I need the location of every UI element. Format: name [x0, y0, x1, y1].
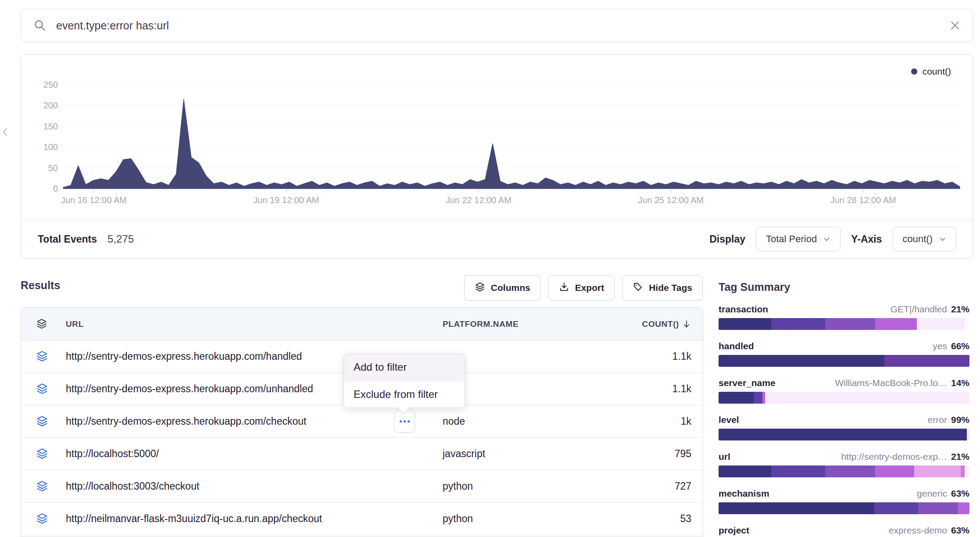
tag-percent: 21% — [951, 451, 969, 462]
tag-bar-segment — [754, 392, 762, 404]
url-cell[interactable]: http://sentry-demos-express.herokuapp.co… — [66, 373, 313, 405]
tag-percent: 63% — [951, 525, 969, 536]
column-header-platform[interactable]: PLATFORM.NAME — [443, 308, 519, 340]
tag-distribution-bar[interactable] — [719, 465, 969, 477]
url-cell[interactable]: http://sentry-demos-express.herokuapp.co… — [66, 405, 306, 437]
count-cell[interactable]: 727 — [675, 470, 691, 502]
svg-text:200: 200 — [43, 100, 58, 110]
table-row[interactable]: http://localhost:3003/checkoutpython727 — [21, 470, 703, 503]
export-label: Export — [575, 283, 604, 293]
download-icon — [559, 282, 569, 294]
tag-name: transaction — [719, 304, 768, 315]
discover-page: event.type:error has:url count() 0501001… — [0, 0, 980, 537]
display-dropdown-value: Total Period — [766, 233, 817, 245]
column-header-url[interactable]: URL — [66, 308, 84, 340]
count-cell[interactable]: 795 — [675, 438, 691, 470]
stack-icon[interactable] — [36, 480, 48, 494]
platform-cell[interactable]: python — [443, 470, 473, 502]
stack-icon[interactable] — [36, 512, 48, 526]
tag-name: project — [719, 525, 749, 536]
tag-row-handled: handledyes66% — [719, 341, 969, 367]
platform-cell[interactable]: node — [443, 405, 465, 437]
count-cell[interactable]: 1.1k — [672, 340, 691, 372]
tag-bar-segment — [719, 465, 771, 477]
tag-bar-segment — [825, 318, 875, 330]
tag-icon — [633, 282, 643, 294]
svg-text:50: 50 — [48, 163, 58, 173]
tag-distribution-bar[interactable] — [719, 355, 969, 367]
table-row[interactable]: http://neilmanvar-flask-m3uuizd7iq-uc.a.… — [21, 503, 703, 535]
tag-percent: 66% — [951, 341, 969, 351]
hide-tags-button[interactable]: Hide Tags — [622, 275, 703, 301]
tag-bar-segment — [965, 465, 969, 477]
sort-desc-icon — [682, 319, 691, 329]
stack-icon[interactable] — [36, 350, 48, 364]
table-row[interactable]: http://localhost:5000/javascript795 — [21, 438, 703, 470]
search-bar[interactable]: event.type:error has:url — [21, 9, 973, 42]
stack-icon[interactable] — [36, 383, 48, 397]
tag-row-server_name: server_nameWilliams-MacBook-Pro.lo…14% — [719, 378, 969, 404]
column-header-count[interactable]: COUNT() — [642, 308, 691, 340]
url-cell[interactable]: http://localhost:3003/checkout — [66, 470, 199, 502]
count-cell[interactable]: 53 — [680, 503, 691, 535]
legend-count-label: count() — [923, 66, 951, 77]
yaxis-dropdown-value: count() — [903, 233, 933, 245]
tag-bar-segment — [965, 318, 969, 330]
clear-search-icon[interactable] — [949, 20, 961, 31]
svg-text:Jun 25 12:00 AM: Jun 25 12:00 AM — [638, 195, 704, 205]
tag-bar-segment — [884, 355, 969, 367]
tag-name: url — [719, 451, 730, 462]
tag-top-value: yes — [933, 341, 947, 351]
tag-bar-segment — [914, 465, 961, 477]
cell-actions-button[interactable] — [394, 410, 415, 433]
tag-top-value: express-demo — [889, 525, 947, 536]
tag-bar-segment — [719, 429, 967, 440]
search-input[interactable]: event.type:error has:url — [56, 19, 940, 32]
stack-icon[interactable] — [36, 448, 48, 462]
tag-bar-segment — [918, 502, 959, 514]
chart-legend-count[interactable]: count() — [911, 66, 951, 77]
yaxis-dropdown[interactable]: count() — [893, 227, 956, 251]
count-cell[interactable]: 1k — [681, 405, 691, 437]
tag-bar-segment — [875, 318, 916, 330]
yaxis-label: Y-Axis — [851, 233, 882, 245]
chevron-down-icon — [939, 236, 946, 243]
count-cell[interactable]: 1.1k — [672, 373, 691, 405]
tag-distribution-bar[interactable] — [719, 318, 969, 330]
svg-text:Jun 16 12:00 AM: Jun 16 12:00 AM — [61, 195, 127, 205]
url-cell[interactable]: http://neilmanvar-flask-m3uuizd7iq-uc.a.… — [66, 503, 322, 535]
tag-distribution-bar[interactable] — [719, 429, 969, 440]
columns-button[interactable]: Columns — [464, 275, 541, 301]
display-dropdown[interactable]: Total Period — [756, 227, 841, 251]
svg-text:100: 100 — [43, 142, 58, 152]
tag-distribution-bar[interactable] — [719, 502, 969, 514]
stack-icon[interactable] — [36, 415, 48, 429]
tag-percent: 21% — [951, 304, 969, 315]
url-cell[interactable]: http://sentry-demos-express.herokuapp.co… — [66, 340, 302, 372]
column-header-count-label: COUNT() — [642, 319, 679, 329]
total-events-value: 5,275 — [107, 233, 134, 245]
hide-tags-label: Hide Tags — [649, 283, 692, 293]
context-menu: Add to filter Exclude from filter — [343, 354, 465, 408]
tag-bar-segment — [771, 318, 825, 330]
tag-bar-segment — [961, 465, 965, 477]
tag-name: server_name — [719, 378, 776, 388]
export-button[interactable]: Export — [548, 275, 615, 301]
platform-cell[interactable]: javascript — [443, 438, 485, 470]
tag-row-url: urlhttp://sentry-demos-exp…21% — [719, 451, 969, 477]
url-cell[interactable]: http://localhost:5000/ — [66, 438, 159, 470]
results-heading: Results — [21, 279, 60, 292]
menu-item-add-to-filter[interactable]: Add to filter — [344, 354, 465, 381]
tag-summary-panel: Tag Summary transactionGET|/handled21%ha… — [719, 281, 969, 537]
tag-bar-segment — [771, 465, 825, 477]
tag-row-project: projectexpress-demo63% — [719, 525, 969, 536]
svg-text:Jun 19 12:00 AM: Jun 19 12:00 AM — [253, 195, 319, 205]
tag-percent: 14% — [951, 378, 969, 388]
tag-distribution-bar[interactable] — [719, 392, 969, 404]
tag-top-value: http://sentry-demos-exp… — [841, 451, 947, 462]
tag-row-transaction: transactionGET|/handled21% — [719, 304, 969, 330]
table-row[interactable]: http://sentry-demos-express.herokuapp.co… — [21, 405, 703, 438]
platform-cell[interactable]: python — [443, 503, 473, 535]
panel-collapse-icon[interactable] — [1, 126, 10, 140]
stack-icon[interactable] — [36, 318, 47, 331]
